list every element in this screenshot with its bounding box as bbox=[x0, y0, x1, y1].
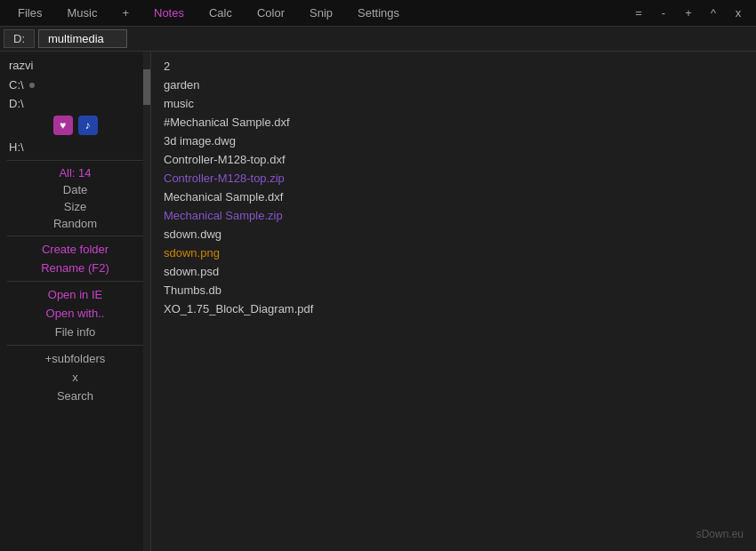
tab-calc[interactable]: Calc bbox=[197, 0, 245, 27]
file-count: All: 14 bbox=[0, 164, 150, 181]
sidebar: razvi C:\ D:\ ♥ ♪ H:\ All: 14 Date Size … bbox=[0, 52, 151, 551]
list-item[interactable]: Thumbs.db bbox=[151, 281, 756, 299]
sidebar-divider-4 bbox=[7, 345, 143, 346]
search-button[interactable]: Search bbox=[0, 387, 150, 405]
list-item[interactable]: Controller-M128-top.dxf bbox=[151, 150, 756, 169]
drive-h[interactable]: H:\ bbox=[0, 138, 150, 156]
open-ie-button[interactable]: Open in IE bbox=[0, 285, 150, 304]
win-max-button[interactable]: + bbox=[676, 0, 701, 27]
tab-color[interactable]: Color bbox=[245, 0, 297, 27]
drive-c[interactable]: C:\ bbox=[0, 76, 150, 94]
sort-random[interactable]: Random bbox=[0, 215, 150, 232]
win-eq-button[interactable]: = bbox=[626, 0, 651, 27]
list-item[interactable]: Mechanical Sample.dxf bbox=[151, 188, 756, 206]
sidebar-scrollbar[interactable] bbox=[143, 52, 150, 551]
media-music-button[interactable]: ♪ bbox=[78, 116, 98, 135]
path-display[interactable]: multimedia bbox=[38, 29, 127, 48]
list-item[interactable]: 3d image.dwg bbox=[151, 132, 756, 150]
subfolders-button[interactable]: +subfolders bbox=[0, 349, 150, 368]
sidebar-divider-2 bbox=[7, 236, 143, 236]
rename-button[interactable]: Rename (F2) bbox=[0, 259, 150, 277]
drive-d[interactable]: D:\ bbox=[0, 94, 150, 113]
tab-plus[interactable]: + bbox=[109, 0, 141, 27]
tab-notes[interactable]: Notes bbox=[141, 0, 197, 27]
sort-size[interactable]: Size bbox=[0, 198, 150, 215]
list-item[interactable]: Controller-M128-top.zip bbox=[151, 169, 756, 188]
win-restore-button[interactable]: ^ bbox=[701, 0, 726, 27]
file-info-button[interactable]: File info bbox=[0, 323, 150, 341]
address-bar: D: multimedia bbox=[0, 27, 756, 52]
list-item[interactable]: #Mechanical Sample.dxf bbox=[151, 113, 756, 132]
list-item[interactable]: sdown.psd bbox=[151, 262, 756, 281]
list-item[interactable]: music bbox=[151, 94, 756, 113]
win-min-button[interactable]: - bbox=[651, 0, 676, 27]
list-item[interactable]: sdown.dwg bbox=[151, 225, 756, 244]
list-item[interactable]: sdown.png bbox=[151, 244, 756, 262]
file-list-panel: 2gardenmusic#Mechanical Sample.dxf3d ima… bbox=[151, 52, 756, 551]
list-item[interactable]: garden bbox=[151, 76, 756, 94]
sidebar-divider-3 bbox=[7, 281, 143, 282]
sort-date[interactable]: Date bbox=[0, 181, 150, 198]
tab-music[interactable]: Music bbox=[54, 0, 109, 27]
open-with-button[interactable]: Open with.. bbox=[0, 304, 150, 323]
tab-settings[interactable]: Settings bbox=[345, 0, 412, 27]
watermark: sDown.eu bbox=[696, 528, 744, 540]
sidebar-user: razvi bbox=[0, 55, 150, 76]
list-item[interactable]: XO_1.75_Block_Diagram.pdf bbox=[151, 299, 756, 318]
list-item[interactable]: 2 bbox=[151, 57, 756, 76]
sidebar-divider-1 bbox=[7, 160, 143, 161]
clear-button[interactable]: x bbox=[0, 368, 150, 387]
win-close-button[interactable]: x bbox=[726, 0, 751, 27]
create-folder-button[interactable]: Create folder bbox=[0, 240, 150, 259]
media-heart-button[interactable]: ♥ bbox=[53, 116, 73, 135]
drive-selector[interactable]: D: bbox=[4, 29, 35, 48]
tab-files[interactable]: Files bbox=[5, 0, 54, 27]
title-bar: Files Music + Notes Calc Color Snip Sett… bbox=[0, 0, 756, 27]
tab-snip[interactable]: Snip bbox=[297, 0, 345, 27]
list-item[interactable]: Mechanical Sample.zip bbox=[151, 206, 756, 225]
main-area: razvi C:\ D:\ ♥ ♪ H:\ All: 14 Date Size … bbox=[0, 52, 756, 551]
